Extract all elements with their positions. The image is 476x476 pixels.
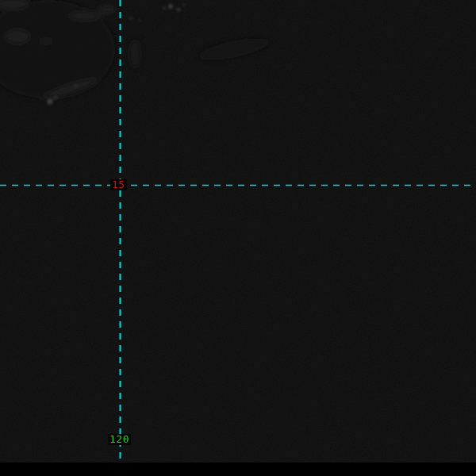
mcidas-window: 15 120 1 0001 G-15 IMG 1 10 JUL 16192 02… [0, 0, 476, 476]
status-bar: 1 0001 G-15 IMG 1 10 JUL 16192 023000 08… [0, 463, 476, 476]
longitude-label: 120 [108, 434, 131, 445]
latitude-label: 15 [110, 179, 127, 190]
satellite-image-display[interactable]: 15 120 [0, 0, 476, 463]
satellite-image-canvas [0, 0, 476, 463]
